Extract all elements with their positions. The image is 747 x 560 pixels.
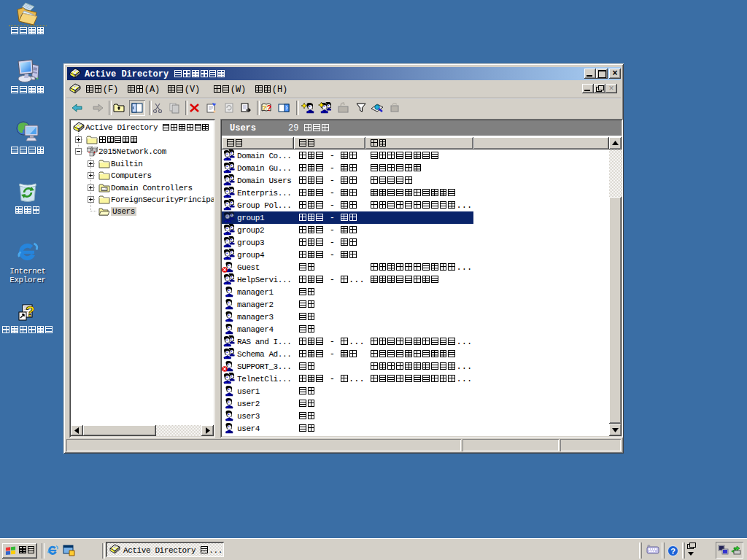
svg-text:?: ?: [263, 104, 267, 112]
svg-text:?: ?: [670, 547, 676, 556]
svg-text:?: ?: [267, 104, 272, 112]
svg-text:?: ?: [26, 303, 35, 319]
